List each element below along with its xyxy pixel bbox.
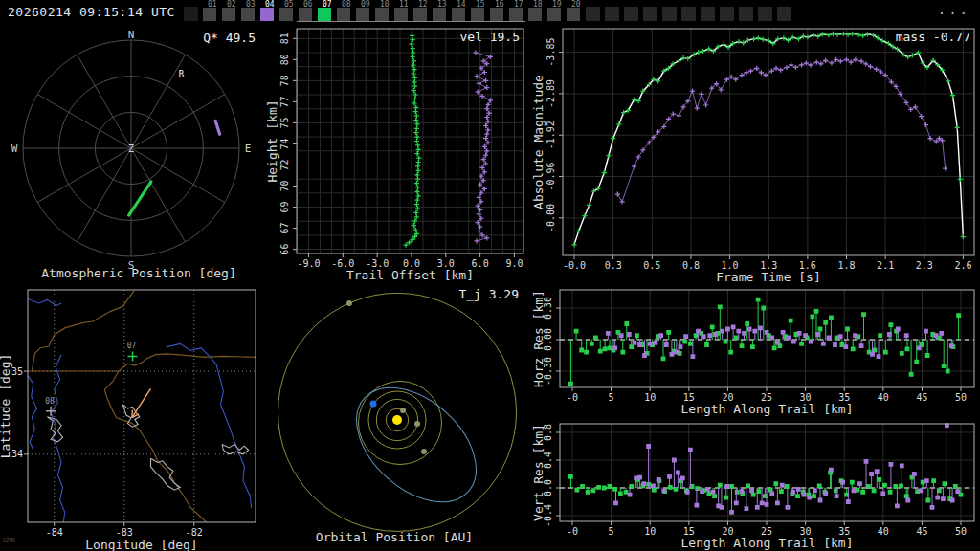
chart-text: 07 (127, 342, 137, 350)
chart-text: N (128, 29, 135, 41)
station-label-09: 09 (361, 1, 370, 9)
horizontal-residuals-panel: -051015202530354045500.300.00-0.30Length… (536, 283, 980, 417)
chart-text: Trail Offset [km] (346, 268, 474, 282)
chart-text: E (245, 143, 252, 155)
station-box-13[interactable] (433, 8, 446, 21)
series-07 (568, 471, 963, 503)
station-slot-empty (681, 7, 696, 21)
chart-text: 80 (279, 54, 290, 65)
meteor-track-04 (215, 121, 220, 134)
series-04 (615, 57, 948, 205)
chart-text: -2.89 (546, 79, 556, 108)
station-label-16: 16 (495, 1, 504, 9)
station-slot-empty (777, 7, 791, 21)
station-box-16[interactable] (490, 8, 503, 21)
trail-chart: -9.0-6.0-3.00.03.06.09.06667697072747577… (265, 29, 523, 282)
station-box-03[interactable] (241, 8, 255, 21)
chart-text: Orbital Position [AU] (316, 530, 473, 544)
river (167, 343, 252, 508)
series-04 (613, 423, 960, 515)
station-label-10: 10 (380, 1, 390, 9)
station-box-09[interactable] (356, 8, 369, 21)
station-label-08: 08 (342, 1, 351, 9)
chart-text: 10 (644, 392, 656, 403)
station-box-15[interactable] (471, 8, 484, 21)
chart-text: -0.00 (546, 204, 556, 232)
chart-text: 34 (11, 449, 23, 459)
chart-text: 0.5 (643, 260, 660, 271)
chart-text: 5 (609, 526, 614, 537)
station-box-01[interactable] (203, 8, 216, 21)
station-slot-empty (701, 7, 715, 21)
chart-text: Frame Time [s] (716, 270, 821, 284)
chart-text: 50 (955, 526, 967, 537)
planet-earth (370, 400, 377, 407)
map-chart: 0708-84-83-823534Longitude [deg]Latitude… (0, 290, 256, 551)
horz-chart: -051015202530354045500.300.00-0.30Length… (531, 290, 974, 416)
map-station-07 (128, 351, 138, 361)
meteoroid-orbit (335, 365, 498, 524)
topbar: 20260214 09:15:14 UTC 010203040506070809… (0, 0, 980, 27)
station-box-10[interactable] (375, 8, 389, 21)
station-box-19[interactable] (547, 8, 561, 21)
chart-text: 40 (878, 526, 889, 537)
station-box-11[interactable] (394, 8, 408, 21)
mass-chart: -0.00.30.50.81.01.31.61.82.12.32.6-3.85-… (531, 29, 974, 284)
station-slot-empty (605, 7, 619, 21)
meteor-track-07 (129, 182, 151, 215)
station-slot-lead (184, 7, 198, 21)
station-label-14: 14 (457, 1, 466, 9)
chart-text: 0.8 (682, 260, 700, 271)
station-box-04[interactable] (260, 8, 274, 21)
chart-text: Atmospheric Position [deg] (41, 266, 236, 280)
station-box-17[interactable] (509, 8, 523, 21)
chart-text: -0.0 (563, 260, 586, 271)
chart-text: 2.1 (877, 260, 894, 271)
chart-text: -1.92 (546, 121, 556, 149)
station-box-14[interactable] (452, 8, 465, 21)
trail-offset-panel: -9.0-6.0-3.00.03.06.09.06667697072747577… (268, 27, 526, 283)
planet-jupiter (346, 300, 352, 306)
station-box-05[interactable] (279, 8, 293, 21)
station-slot-empty (586, 7, 600, 21)
station-label-11: 11 (399, 1, 409, 9)
station-box-08[interactable] (337, 8, 350, 21)
overflow-menu-button[interactable]: ... (938, 2, 970, 17)
chart-text: mass -0.77 (896, 30, 970, 44)
orbit-jupiter (278, 293, 517, 531)
chart-text: -0 (567, 526, 578, 537)
station-label-06: 06 (303, 1, 313, 9)
chart-text: R (179, 69, 185, 78)
series-07 (403, 33, 421, 248)
chart-text: 78 (279, 75, 290, 86)
station-label-05: 05 (284, 1, 294, 9)
chart-text: 9.0 (505, 258, 523, 269)
station-box-12[interactable] (413, 8, 427, 21)
chart-text: Horz Res [km] (531, 290, 546, 387)
station-box-07[interactable] (318, 8, 331, 21)
atmospheric-position-panel: RNSWEZQ* 49.5Atmospheric Position [deg] (0, 27, 278, 283)
light-curve-panel: -0.00.30.50.81.01.31.61.82.12.32.6-3.85-… (536, 27, 980, 283)
chart-text: vel 19.5 (459, 30, 520, 44)
chart-text: 45 (916, 526, 927, 537)
chart-text: 77 (279, 96, 290, 107)
chart-text: Length Along Trail [km] (680, 536, 853, 550)
chart-text: Height [km] (265, 99, 279, 182)
station-label-20: 20 (571, 1, 581, 9)
chart-text: 6.0 (472, 258, 489, 269)
chart-text: Z (128, 143, 134, 154)
chart-text: 40 (878, 392, 889, 403)
chart-text: W (11, 143, 18, 155)
station-box-02[interactable] (222, 8, 235, 21)
urban-area (222, 444, 249, 453)
watermark: GMN (3, 537, 15, 544)
station-slot-empty (662, 7, 677, 21)
chart-text: -82 (186, 527, 203, 538)
chart-text: 5 (609, 392, 614, 403)
station-box-18[interactable] (528, 8, 542, 21)
chart-text: 35 (11, 366, 23, 377)
station-box-20[interactable] (567, 8, 580, 21)
ground-track-arrowhead (132, 410, 133, 418)
station-box-06[interactable] (299, 8, 312, 21)
station-label-07: 07 (323, 1, 332, 9)
